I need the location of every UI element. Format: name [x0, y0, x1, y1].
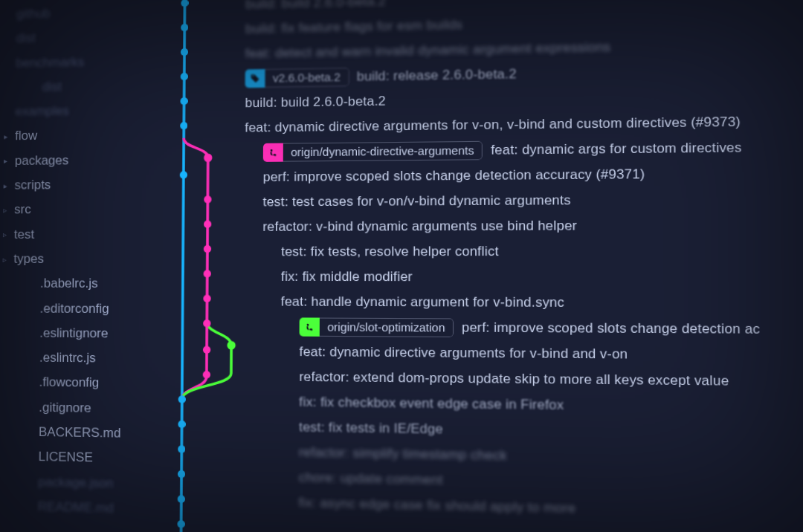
tree-item-label: .babelrc.js [40, 271, 98, 296]
commit-row[interactable]: refactor: v-bind dynamic arguments use b… [244, 212, 803, 239]
tree-item-types[interactable]: ▹types [0, 247, 152, 272]
tree-item-packages[interactable]: ▸packages [0, 147, 153, 173]
svg-point-3 [181, 48, 188, 56]
tree-item-flowconfig[interactable]: .flowconfig [0, 370, 152, 397]
svg-point-9 [178, 421, 185, 429]
commit-message: chore: update comment [299, 470, 443, 488]
branch-pill[interactable]: origin/dynamic-directive-arguments [263, 141, 483, 162]
tree-item-label: src [14, 198, 31, 222]
tree-caret-icon [1, 33, 12, 44]
tree-item-label: dist [42, 75, 62, 100]
tree-caret-icon [23, 502, 33, 513]
tree-item-label: dist [16, 26, 36, 51]
tree-item-eslintrcjs[interactable]: .eslintrc.js [0, 346, 152, 372]
tree-item-flow[interactable]: ▸flow [0, 123, 154, 149]
tree-item-label: benchmarks [16, 50, 84, 76]
tree-item-babelrcjs[interactable]: .babelrc.js [0, 271, 152, 296]
commit-row[interactable]: perf: improve scoped slots change detect… [245, 160, 803, 189]
tree-item-READMEmd[interactable]: README.md [0, 493, 151, 522]
svg-point-12 [178, 495, 185, 503]
commit-message: build: fix feature flags for esm builds [245, 17, 462, 37]
tree-item-LICENSE[interactable]: LICENSE [0, 444, 151, 472]
tree-item-label: .eslintignore [39, 321, 108, 346]
tree-item-scripts[interactable]: ▸scripts [0, 172, 153, 198]
svg-point-7 [180, 171, 187, 178]
tree-item-examples[interactable]: examples [0, 98, 154, 125]
commit-row[interactable]: fix: fix middle modifier [244, 265, 803, 291]
branch-icon [263, 143, 283, 162]
tree-caret-icon [23, 476, 33, 487]
svg-point-11 [178, 470, 185, 479]
tree-item-gitignore[interactable]: .gitignore [0, 395, 152, 421]
svg-point-10 [178, 445, 185, 453]
commit-message: build: build 2.6.0-beta.2 [245, 94, 386, 111]
tree-caret-icon [24, 452, 34, 463]
pill-label: origin/dynamic-directive-arguments [283, 141, 483, 162]
tree-item-src[interactable]: ▹src [0, 197, 153, 222]
commit-message: refactor: v-bind dynamic arguments use b… [262, 218, 577, 236]
tree-item-editorconfig[interactable]: .editorconfig [0, 296, 152, 322]
svg-point-1 [181, 0, 188, 7]
svg-point-15 [204, 195, 211, 203]
commit-message: feat: dynamic directive arguments for v-… [245, 114, 741, 136]
svg-point-22 [203, 371, 210, 379]
svg-point-23 [227, 341, 235, 350]
svg-point-4 [181, 73, 188, 80]
tree-item-benchmarks[interactable]: benchmarks [0, 48, 154, 76]
tree-item-label: .editorconfig [39, 296, 109, 322]
commit-message: build: release 2.6.0-beta.2 [357, 66, 517, 85]
tree-item-label: .gitignore [39, 395, 91, 421]
tree-item-label: examples [15, 99, 69, 124]
tree-item-dist[interactable]: dist [0, 24, 155, 51]
tree-item-github[interactable]: github [0, 0, 155, 27]
svg-point-8 [178, 395, 186, 403]
tree-item-label: github [16, 1, 51, 27]
svg-line-0 [181, 0, 184, 532]
svg-point-17 [204, 245, 211, 253]
commit-row[interactable]: test: fix tests, resolve helper conflict [244, 239, 803, 265]
tree-caret-icon [25, 352, 35, 363]
svg-point-19 [203, 295, 210, 302]
branch-pill[interactable]: origin/slot-optimization [300, 317, 454, 337]
tree-caret-icon [25, 303, 36, 314]
tree-caret-icon [24, 426, 34, 438]
tree-item-label: .flowconfig [39, 371, 99, 396]
tree-caret-icon [25, 377, 35, 389]
tree-item-label: scripts [14, 173, 51, 198]
commit-message: test: fix tests, resolve helper conflict [281, 244, 499, 260]
tree-item-eslintignore[interactable]: .eslintignore [0, 321, 152, 347]
tree-caret-icon: ▹ [0, 205, 10, 215]
tree-caret-icon: ▸ [0, 181, 10, 191]
tree-item-dist[interactable]: dist [0, 73, 154, 100]
tree-caret-icon [28, 82, 38, 92]
commit-message: feat: detect and warn invalid dynamic ar… [245, 39, 611, 62]
tree-caret-icon [1, 107, 11, 117]
svg-point-20 [203, 319, 210, 328]
tree-caret-icon [1, 58, 11, 68]
commit-row[interactable]: test: test cases for v-on/v-bind dynamic… [245, 186, 803, 215]
tree-item-BACKERSmd[interactable]: BACKERS.md [0, 419, 152, 447]
tree-item-label: types [13, 247, 44, 271]
tree-item-label: package.json [38, 470, 113, 496]
tree-item-test[interactable]: ▹test [0, 222, 153, 247]
svg-point-18 [204, 270, 211, 277]
commit-message: build: build 2.6.0-beta.2 [245, 0, 386, 13]
commit-message: refactor: extend dom-props update skip t… [299, 369, 729, 389]
tree-caret-icon: ▹ [0, 254, 10, 265]
commit-message: fix: fix middle modifier [281, 269, 413, 285]
tree-item-label: README.md [38, 495, 114, 522]
commit-message: perf: improve scoped slots change detect… [462, 320, 760, 338]
tag-pill[interactable]: v2.6.0-beta.2 [245, 68, 349, 88]
commit-row[interactable]: origin/slot-optimizationperf: improve sc… [244, 314, 803, 343]
tree-item-label: flow [15, 124, 37, 149]
commit-row[interactable]: feat: handle dynamic argument for v-bind… [244, 289, 803, 317]
tree-item-label: LICENSE [38, 445, 92, 471]
pill-label: origin/slot-optimization [320, 318, 454, 337]
tree-caret-icon: ▸ [0, 156, 10, 166]
tree-item-packagejson[interactable]: package.json [0, 469, 151, 497]
tree-caret-icon [1, 10, 12, 20]
commit-message: refactor: simplify timestamp check [299, 445, 507, 464]
commit-message: feat: dynamic directive arguments for v-… [299, 344, 628, 363]
file-tree-sidebar: githubdistbenchmarksdistexamples▸flow▸pa… [0, 0, 155, 532]
svg-point-6 [180, 122, 187, 129]
